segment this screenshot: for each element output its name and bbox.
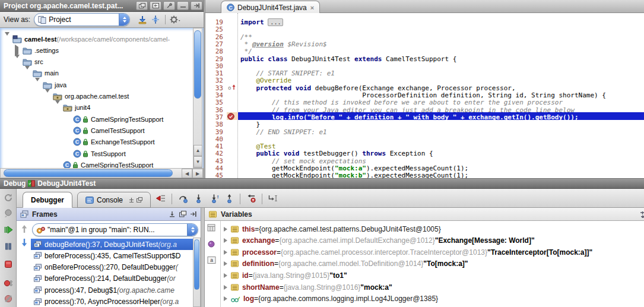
override-icon[interactable]: o — [227, 84, 237, 91]
float-icon[interactable] — [136, 1, 148, 10]
collapse-all-icon[interactable] — [149, 14, 162, 26]
run-to-cursor-icon[interactable] — [265, 192, 281, 204]
scroll-to-source-icon[interactable] — [169, 211, 176, 217]
console-tab-extras — [126, 197, 142, 203]
editor-tab-debugjunit4test[interactable]: C DebugJUnit4Test.java × — [221, 1, 320, 14]
thread-stepper[interactable] — [187, 224, 198, 236]
tree-item[interactable]: junit4 — [0, 102, 193, 113]
mute-breakpoints-icon[interactable] — [3, 293, 14, 304]
variable-row[interactable]: definition = {org.apache.camel.model.ToD… — [224, 258, 642, 270]
tree-scroll-left-button[interactable]: ◀ — [182, 169, 192, 178]
expand-arrow-icon[interactable] — [224, 296, 227, 301]
line-number: 39 — [208, 128, 223, 136]
show-execution-gray-icon[interactable] — [3, 208, 14, 219]
tab-debugger[interactable]: Debugger — [23, 192, 72, 208]
pin-output-icon[interactable] — [129, 197, 134, 203]
expand-arrow-icon[interactable] — [224, 285, 227, 290]
prev-frame-icon[interactable] — [20, 224, 28, 234]
tree-vscrollbar[interactable]: ▲ ▼ — [193, 28, 202, 168]
expand-arrow-icon[interactable] — [224, 250, 227, 255]
step-out-icon[interactable] — [221, 192, 237, 204]
pause-icon[interactable] — [3, 241, 14, 252]
code-token: log.info( — [240, 113, 307, 121]
combo-stepper[interactable] — [119, 14, 129, 26]
variable-row[interactable]: log = {org.apache.commons.logging.impl.L… — [224, 293, 642, 305]
tab-close-icon[interactable]: × — [310, 4, 314, 11]
tree-hscrollbar[interactable]: ◀ ▶ — [0, 168, 204, 178]
breakpoint-icon[interactable] — [227, 113, 234, 120]
frames-vscroll-thumb[interactable] — [194, 239, 199, 290]
autoscroll-from-source-icon[interactable] — [136, 14, 149, 26]
variable-row[interactable]: this = {org.apache.camel.test.patterns.D… — [224, 223, 642, 235]
expand-arrow-icon[interactable] — [224, 273, 227, 278]
step-over-icon[interactable] — [175, 192, 191, 204]
frames-variables-splitter[interactable] — [201, 208, 205, 307]
tree-vscroll-thumb[interactable] — [194, 30, 201, 99]
dock-icon[interactable] — [190, 211, 197, 217]
variable-row[interactable]: processor = {org.apache.camel.processor.… — [224, 246, 642, 258]
tree-item[interactable]: .settings — [0, 45, 193, 56]
expand-arrow-icon[interactable] — [55, 104, 61, 111]
stack-frame-row[interactable]: beforeProcess():214, DefaultDebugger (or — [31, 273, 201, 284]
expand-arrow-icon[interactable] — [35, 81, 41, 88]
rerun-icon[interactable] — [3, 192, 14, 203]
float-window-icon[interactable] — [179, 211, 186, 217]
tree-item[interactable]: main — [0, 68, 193, 79]
tree-scroll-up-button[interactable]: ▲ — [193, 145, 202, 156]
minimize-icon[interactable] — [177, 1, 189, 10]
variable-name: processor — [242, 248, 277, 257]
thread-selector[interactable]: "main"@1 in group "main": RUN... — [32, 223, 198, 236]
watch-icon[interactable] — [207, 240, 217, 248]
tree-hscroll-thumb[interactable] — [4, 169, 173, 177]
expand-arrow-icon[interactable] — [5, 36, 11, 43]
tree-item[interactable]: org.apache.camel.test — [0, 91, 193, 102]
stack-frame-row[interactable]: debugBefore():37, DebugJUnit4Test (org.a — [31, 239, 201, 250]
next-frame-icon[interactable] — [20, 238, 28, 247]
hide-panel-icon[interactable] — [191, 1, 202, 10]
tree-item-label: main — [45, 69, 59, 77]
view-as-combo[interactable]: Project — [34, 13, 130, 26]
resume-icon[interactable] — [3, 224, 14, 235]
expand-arrow-icon[interactable] — [224, 261, 227, 266]
force-step-into-icon[interactable]: ! — [206, 192, 221, 204]
frames-vscrollbar[interactable] — [193, 238, 201, 307]
expand-arrow-icon[interactable] — [15, 58, 21, 65]
evaluate-expression-icon[interactable] — [207, 224, 217, 232]
stack-frame-row[interactable]: beforeProcess():435, CamelTestSupport$D — [31, 250, 201, 261]
tree-item[interactable]: CCamelTestSupport — [0, 125, 193, 136]
variable-name: shortName — [242, 283, 280, 292]
show-execution-point-icon[interactable] — [153, 192, 169, 204]
pin-icon[interactable] — [163, 1, 175, 10]
variables-icon — [208, 210, 217, 219]
step-into-icon[interactable] — [191, 192, 206, 204]
expand-arrow-icon[interactable] — [224, 238, 227, 243]
variable-row[interactable]: shortName = {java.lang.String@1016}"mock… — [224, 281, 642, 293]
drop-frame-icon[interactable] — [243, 192, 259, 204]
variable-row[interactable]: id = {java.lang.String@1015}"to1" — [224, 270, 642, 281]
tab-console[interactable]: Console — [77, 192, 151, 208]
tree-item[interactable]: camel-test (/workspace/camel/components/… — [0, 33, 193, 45]
open-in-window-icon[interactable] — [137, 197, 142, 203]
tree-item[interactable]: java — [0, 79, 193, 90]
stack-frame-row[interactable]: process():70, AsyncProcessorHelper (org.… — [31, 296, 201, 307]
folded-imports[interactable]: ... — [268, 18, 283, 26]
view-breakpoints-icon[interactable] — [3, 278, 14, 289]
tree-item[interactable]: CCamelSpringTestSupport — [0, 113, 193, 125]
expand-arrow-icon[interactable] — [15, 47, 21, 54]
tree-scroll-down-button[interactable]: ▼ — [193, 156, 202, 167]
variable-row[interactable]: exchange = {org.apache.camel.impl.Defaul… — [224, 235, 642, 246]
stop-icon[interactable] — [3, 259, 14, 270]
auto-mode-icon[interactable]: a — [207, 256, 217, 264]
stack-frame-row[interactable]: process():47, Debug$1 (org.apache.came — [31, 284, 201, 296]
tree-item[interactable]: CExchangeTestSupport — [0, 137, 193, 148]
expand-arrow-icon[interactable] — [45, 93, 51, 100]
expand-arrow-icon[interactable] — [25, 69, 31, 77]
svg-text:C: C — [75, 116, 80, 122]
variables-header-button[interactable] — [639, 211, 644, 218]
tree-scroll-right-button[interactable]: ▶ — [192, 169, 203, 178]
scroll-from-source-icon[interactable] — [150, 1, 161, 10]
gear-menu-icon[interactable] — [169, 14, 182, 26]
stack-frame-row[interactable]: onBeforeProcess():270, DefaultDebugger ( — [31, 262, 201, 273]
expand-arrow-icon[interactable] — [224, 227, 227, 232]
tree-item[interactable]: CTestSupport — [0, 148, 193, 159]
